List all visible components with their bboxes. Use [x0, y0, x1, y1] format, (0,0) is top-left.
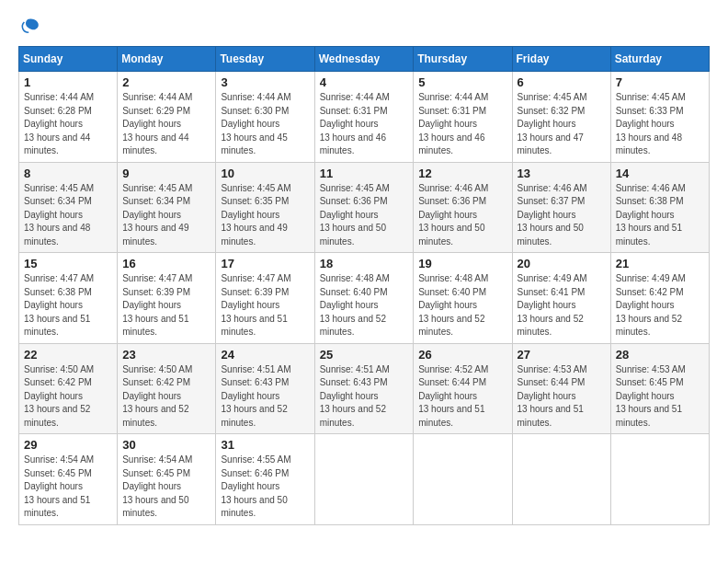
- weekday-header-saturday: Saturday: [610, 47, 709, 72]
- day-detail: Sunrise: 4:45 AMSunset: 6:34 PMDaylight …: [24, 182, 112, 249]
- day-detail: Sunrise: 4:54 AMSunset: 6:45 PMDaylight …: [24, 454, 112, 521]
- weekday-header-wednesday: Wednesday: [314, 47, 414, 72]
- day-cell: 24 Sunrise: 4:51 AMSunset: 6:43 PMDaylig…: [216, 343, 314, 434]
- day-cell: 16 Sunrise: 4:47 AMSunset: 6:39 PMDaylig…: [118, 253, 216, 344]
- day-number: 11: [320, 167, 409, 180]
- day-cell: 12 Sunrise: 4:46 AMSunset: 6:36 PMDaylig…: [414, 162, 512, 253]
- day-detail: Sunrise: 4:44 AMSunset: 6:30 PMDaylight …: [221, 91, 309, 158]
- day-cell: 18 Sunrise: 4:48 AMSunset: 6:40 PMDaylig…: [314, 253, 414, 344]
- day-detail: Sunrise: 4:44 AMSunset: 6:31 PMDaylight …: [320, 91, 409, 158]
- day-detail: Sunrise: 4:49 AMSunset: 6:42 PMDaylight …: [616, 272, 704, 339]
- day-cell: [610, 434, 709, 525]
- day-cell: 3 Sunrise: 4:44 AMSunset: 6:30 PMDayligh…: [216, 72, 314, 163]
- day-number: 12: [418, 167, 506, 180]
- day-detail: Sunrise: 4:48 AMSunset: 6:40 PMDaylight …: [418, 272, 506, 339]
- day-detail: Sunrise: 4:50 AMSunset: 6:42 PMDaylight …: [24, 363, 112, 431]
- day-number: 19: [418, 257, 506, 270]
- day-cell: 2 Sunrise: 4:44 AMSunset: 6:29 PMDayligh…: [118, 72, 216, 163]
- day-detail: Sunrise: 4:46 AMSunset: 6:36 PMDaylight …: [418, 182, 506, 249]
- day-detail: Sunrise: 4:44 AMSunset: 6:29 PMDaylight …: [122, 91, 210, 158]
- day-detail: Sunrise: 4:45 AMSunset: 6:34 PMDaylight …: [122, 182, 210, 249]
- day-cell: 22 Sunrise: 4:50 AMSunset: 6:42 PMDaylig…: [19, 343, 118, 434]
- day-detail: Sunrise: 4:47 AMSunset: 6:38 PMDaylight …: [24, 272, 112, 339]
- day-cell: 4 Sunrise: 4:44 AMSunset: 6:31 PMDayligh…: [314, 72, 414, 163]
- day-number: 27: [518, 348, 606, 362]
- logo: [18, 15, 44, 37]
- day-cell: 6 Sunrise: 4:45 AMSunset: 6:32 PMDayligh…: [512, 72, 610, 163]
- day-number: 28: [616, 348, 704, 362]
- day-number: 4: [320, 75, 409, 89]
- header: [18, 15, 710, 37]
- day-cell: 15 Sunrise: 4:47 AMSunset: 6:38 PMDaylig…: [19, 253, 118, 344]
- day-cell: 31 Sunrise: 4:55 AMSunset: 6:46 PMDaylig…: [216, 434, 314, 525]
- day-cell: 25 Sunrise: 4:51 AMSunset: 6:43 PMDaylig…: [314, 343, 414, 434]
- day-number: 17: [221, 257, 309, 270]
- day-number: 24: [221, 348, 309, 362]
- day-cell: 30 Sunrise: 4:54 AMSunset: 6:45 PMDaylig…: [118, 434, 216, 525]
- day-cell: 26 Sunrise: 4:52 AMSunset: 6:44 PMDaylig…: [414, 343, 512, 434]
- day-cell: 14 Sunrise: 4:46 AMSunset: 6:38 PMDaylig…: [610, 162, 709, 253]
- day-number: 2: [122, 75, 210, 89]
- day-number: 30: [122, 438, 210, 452]
- day-number: 10: [221, 167, 309, 180]
- day-cell: 9 Sunrise: 4:45 AMSunset: 6:34 PMDayligh…: [118, 162, 216, 253]
- day-number: 8: [24, 167, 112, 180]
- day-cell: 29 Sunrise: 4:54 AMSunset: 6:45 PMDaylig…: [19, 434, 118, 525]
- day-cell: 23 Sunrise: 4:50 AMSunset: 6:42 PMDaylig…: [118, 343, 216, 434]
- day-detail: Sunrise: 4:46 AMSunset: 6:38 PMDaylight …: [616, 182, 704, 249]
- day-detail: Sunrise: 4:53 AMSunset: 6:44 PMDaylight …: [518, 363, 606, 431]
- day-cell: 5 Sunrise: 4:44 AMSunset: 6:31 PMDayligh…: [414, 72, 512, 163]
- day-cell: 27 Sunrise: 4:53 AMSunset: 6:44 PMDaylig…: [512, 343, 610, 434]
- weekday-header-row: SundayMondayTuesdayWednesdayThursdayFrid…: [19, 47, 710, 72]
- day-number: 6: [518, 75, 606, 89]
- week-row-3: 15 Sunrise: 4:47 AMSunset: 6:38 PMDaylig…: [19, 253, 710, 344]
- day-number: 22: [24, 348, 112, 362]
- week-row-5: 29 Sunrise: 4:54 AMSunset: 6:45 PMDaylig…: [19, 434, 710, 525]
- day-number: 9: [122, 167, 210, 180]
- day-number: 25: [320, 348, 409, 362]
- day-number: 18: [320, 257, 409, 270]
- day-cell: 10 Sunrise: 4:45 AMSunset: 6:35 PMDaylig…: [216, 162, 314, 253]
- week-row-4: 22 Sunrise: 4:50 AMSunset: 6:42 PMDaylig…: [19, 343, 710, 434]
- day-number: 3: [221, 75, 309, 89]
- day-number: 15: [24, 257, 112, 270]
- day-number: 21: [616, 257, 704, 270]
- day-cell: 28 Sunrise: 4:53 AMSunset: 6:45 PMDaylig…: [610, 343, 709, 434]
- day-number: 14: [616, 167, 704, 180]
- weekday-header-thursday: Thursday: [414, 47, 512, 72]
- day-detail: Sunrise: 4:45 AMSunset: 6:36 PMDaylight …: [320, 182, 409, 249]
- day-cell: 19 Sunrise: 4:48 AMSunset: 6:40 PMDaylig…: [414, 253, 512, 344]
- day-detail: Sunrise: 4:47 AMSunset: 6:39 PMDaylight …: [122, 272, 210, 339]
- day-cell: [512, 434, 610, 525]
- day-detail: Sunrise: 4:51 AMSunset: 6:43 PMDaylight …: [320, 363, 409, 431]
- day-cell: 21 Sunrise: 4:49 AMSunset: 6:42 PMDaylig…: [610, 253, 709, 344]
- weekday-header-sunday: Sunday: [19, 47, 118, 72]
- weekday-header-monday: Monday: [118, 47, 216, 72]
- day-cell: [414, 434, 512, 525]
- day-cell: 13 Sunrise: 4:46 AMSunset: 6:37 PMDaylig…: [512, 162, 610, 253]
- day-cell: 17 Sunrise: 4:47 AMSunset: 6:39 PMDaylig…: [216, 253, 314, 344]
- day-detail: Sunrise: 4:45 AMSunset: 6:35 PMDaylight …: [221, 182, 309, 249]
- day-detail: Sunrise: 4:54 AMSunset: 6:45 PMDaylight …: [122, 454, 210, 521]
- day-number: 29: [24, 438, 112, 452]
- day-cell: 1 Sunrise: 4:44 AMSunset: 6:28 PMDayligh…: [19, 72, 118, 163]
- day-cell: 8 Sunrise: 4:45 AMSunset: 6:34 PMDayligh…: [19, 162, 118, 253]
- day-number: 13: [518, 167, 606, 180]
- day-detail: Sunrise: 4:45 AMSunset: 6:32 PMDaylight …: [518, 91, 606, 158]
- day-number: 1: [24, 75, 112, 89]
- day-number: 31: [221, 438, 309, 452]
- day-number: 7: [616, 75, 704, 89]
- day-detail: Sunrise: 4:55 AMSunset: 6:46 PMDaylight …: [221, 454, 309, 521]
- day-number: 5: [418, 75, 506, 89]
- day-detail: Sunrise: 4:45 AMSunset: 6:33 PMDaylight …: [616, 91, 704, 158]
- day-detail: Sunrise: 4:47 AMSunset: 6:39 PMDaylight …: [221, 272, 309, 339]
- day-cell: 7 Sunrise: 4:45 AMSunset: 6:33 PMDayligh…: [610, 72, 709, 163]
- weekday-header-friday: Friday: [512, 47, 610, 72]
- day-detail: Sunrise: 4:53 AMSunset: 6:45 PMDaylight …: [616, 363, 704, 431]
- day-detail: Sunrise: 4:51 AMSunset: 6:43 PMDaylight …: [221, 363, 309, 431]
- day-cell: [314, 434, 414, 525]
- day-detail: Sunrise: 4:49 AMSunset: 6:41 PMDaylight …: [518, 272, 606, 339]
- day-number: 16: [122, 257, 210, 270]
- day-number: 26: [418, 348, 506, 362]
- day-number: 23: [122, 348, 210, 362]
